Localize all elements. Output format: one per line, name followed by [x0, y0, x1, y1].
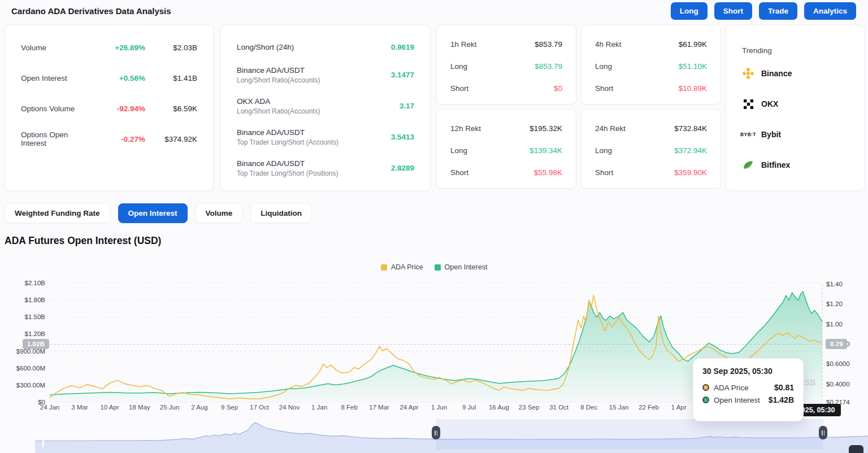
legend-item-open-interest[interactable]: Open Interest	[435, 263, 488, 271]
svg-text:10 Apr: 10 Apr	[100, 404, 119, 411]
trending-item-okx[interactable]: OKX	[742, 89, 848, 119]
rekt-short-label: Short	[595, 84, 679, 93]
ada-price-dot-icon	[702, 384, 709, 391]
ratio-row: Binance ADA/USDT Top Trader Long/Short (…	[237, 121, 414, 153]
svg-text:25 Jun: 25 Jun	[160, 404, 180, 411]
ratio-row: OKX ADA Long/Short Ratio(Accounts) 3.17	[237, 90, 414, 121]
svg-text:31 Oct: 31 Oct	[549, 404, 569, 411]
svg-text:17 Mar: 17 Mar	[369, 404, 389, 411]
tab-weighted-funding-rate[interactable]: Weighted Funding Rate	[5, 203, 110, 223]
svg-text:24 Apr: 24 Apr	[400, 404, 418, 411]
stat-row-volume: Volume +26.89% $2.03B	[21, 32, 197, 63]
rekt-short-label: Short	[450, 84, 554, 93]
tooltip-row-open-interest: Open Interest $1.42B	[702, 395, 794, 404]
svg-text:$1.40: $1.40	[826, 281, 843, 288]
chart-section-title: ADA Futures Open Interest (USD)	[5, 235, 161, 247]
chart-tooltip: 30 Sep 2025, 05:30 ADA Price $0.81 Open …	[693, 358, 804, 421]
legend-label: Open Interest	[445, 263, 488, 271]
svg-text:$1.80B: $1.80B	[25, 297, 46, 303]
ratio-sublabel: Top Trader Long/Short (Accounts)	[237, 138, 391, 146]
ratio-value: 3.5413	[391, 133, 414, 141]
tab-open-interest[interactable]: Open Interest	[118, 203, 188, 223]
rekt-title: 12h Rekt	[450, 124, 530, 133]
ratio-label: Binance ADA/USDT	[237, 159, 391, 168]
navigator-right-handle-icon[interactable]	[819, 426, 827, 439]
trending-item-label: Bybit	[761, 130, 781, 139]
svg-text:3 Mar: 3 Mar	[71, 404, 88, 411]
svg-text:15 Jan: 15 Jan	[609, 404, 629, 411]
ratio-value: 3.17	[400, 102, 414, 110]
svg-text:$1.50B: $1.50B	[25, 313, 46, 320]
page-title: Cardano ADA Derivatives Data Analysis	[11, 6, 171, 16]
navigator-left-handle-icon[interactable]	[432, 426, 440, 439]
rekt-title: 24h Rekt	[595, 124, 674, 133]
rekt-long-label: Long	[595, 146, 674, 155]
header-actions: Long Short Trade Analytics	[671, 2, 856, 20]
trending-item-label: Binance	[761, 69, 792, 78]
svg-text:9 Jul: 9 Jul	[462, 404, 476, 411]
svg-text:$600.00M: $600.00M	[16, 365, 45, 372]
stat-value: $374.92K	[145, 135, 197, 143]
rekt-total: $195.32K	[530, 124, 562, 133]
stat-change: +26.89%	[93, 43, 145, 52]
short-button[interactable]: Short	[714, 2, 752, 20]
legend-item-ada-price[interactable]: ADA Price	[381, 263, 423, 271]
analytics-button[interactable]: Analytics	[804, 2, 856, 20]
trending-item-binance[interactable]: Binance	[742, 58, 848, 89]
rekt-long-value: $372.94K	[674, 146, 707, 155]
trending-item-bybit[interactable]: BYBIT Bybit	[742, 119, 848, 150]
svg-text:$1.20: $1.20	[826, 300, 843, 307]
svg-text:24 Nov: 24 Nov	[279, 404, 300, 411]
chart-legend: ADA Price Open Interest	[0, 263, 868, 271]
bitfinex-icon	[742, 159, 754, 171]
tooltip-label: ADA Price	[714, 384, 770, 392]
ratio-value: 0.9619	[391, 43, 414, 51]
rekt-long-value: $853.79	[535, 62, 562, 71]
rekt-card-12h: 12h Rekt$195.32K Long$139.34K Short$55.9…	[436, 109, 576, 189]
open-interest-dot-icon	[702, 397, 709, 403]
tooltip-value: $1.42B	[769, 395, 794, 404]
rekt-card-1h: 1h Rekt$853.79 Long$853.79 Short$0	[436, 25, 576, 104]
svg-text:$0.6000: $0.6000	[826, 360, 850, 367]
tab-liquidation[interactable]: Liquidation	[250, 203, 312, 223]
stat-change: +0.56%	[93, 74, 145, 82]
legend-label: ADA Price	[391, 263, 423, 271]
rekt-title: 1h Rekt	[450, 40, 535, 49]
rekt-short-label: Short	[595, 168, 674, 177]
svg-text:17 Oct: 17 Oct	[250, 404, 270, 411]
floating-widget-icon[interactable]	[849, 445, 863, 453]
stat-value: $2.03B	[145, 43, 197, 52]
ratio-sublabel: Long/Short Ratio(Accounts)	[237, 107, 400, 115]
navigator-selection[interactable]	[436, 419, 823, 450]
svg-text:24 Jan: 24 Jan	[40, 404, 60, 411]
stat-row-options-open-interest: Options Open Interest -0.27% $374.92K	[21, 124, 197, 154]
trade-button[interactable]: Trade	[759, 2, 797, 20]
crosshair-left-badge: 1.02B	[23, 339, 49, 349]
ratio-sublabel: Top Trader Long/Short (Positions)	[237, 169, 391, 177]
trending-item-bitfinex[interactable]: Bitfinex	[742, 150, 848, 180]
ratio-row: Binance ADA/USDT Long/Short Ratio(Accoun…	[237, 59, 414, 90]
open-interest-swatch-icon	[435, 264, 441, 271]
stat-label: Options Open Interest	[21, 130, 93, 147]
svg-text:$1.00: $1.00	[826, 321, 843, 328]
tooltip-value: $0.81	[774, 383, 794, 392]
long-button[interactable]: Long	[671, 2, 708, 20]
svg-text:$1.20B: $1.20B	[25, 330, 46, 337]
svg-text:8 Dec: 8 Dec	[580, 404, 597, 411]
svg-text:22 Feb: 22 Feb	[639, 404, 659, 411]
stat-change: -92.94%	[93, 104, 145, 113]
rekt-long-label: Long	[450, 62, 535, 71]
rekt-long-label: Long	[450, 146, 530, 155]
rekt-long-label: Long	[595, 62, 679, 71]
svg-text:$0.4000: $0.4000	[826, 381, 850, 387]
rekt-long-value: $51.10K	[679, 62, 707, 71]
svg-text:1 Jun: 1 Jun	[431, 404, 447, 411]
svg-text:18 May: 18 May	[129, 404, 150, 411]
rekt-short-value: $0	[554, 84, 562, 93]
tooltip-date: 30 Sep 2025, 05:30	[702, 367, 794, 376]
stat-label: Open Interest	[21, 74, 93, 82]
market-stats-card: Volume +26.89% $2.03B Open Interest +0.5…	[5, 25, 214, 191]
svg-text:$2.10B: $2.10B	[25, 280, 46, 286]
tab-volume[interactable]: Volume	[196, 203, 243, 223]
svg-text:23 Sep: 23 Sep	[519, 404, 539, 411]
